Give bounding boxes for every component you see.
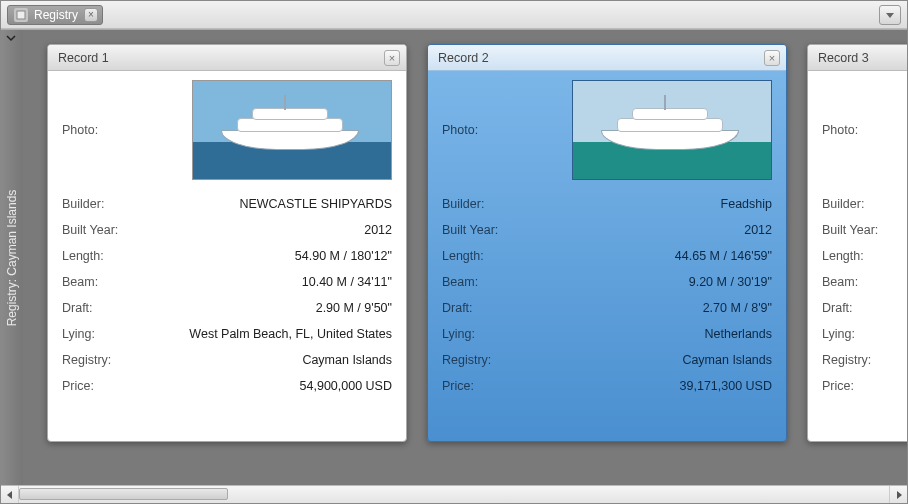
registry-icon [14,8,28,22]
field-label: Builder: [442,197,484,211]
field-label: Draft: [822,301,853,315]
chevron-down-icon [885,10,895,20]
record-photo [192,80,392,180]
card-title: Record 1 [58,51,109,65]
field-value: Cayman Islands [682,353,772,367]
field-label: Beam: [62,275,98,289]
chevron-right-icon [895,491,903,499]
tab-label: Registry [34,8,78,22]
field-label: Registry: [442,353,491,367]
field-label: Draft: [62,301,93,315]
record-photo [572,80,772,180]
field-value: 2.90 M / 9'50" [316,301,392,315]
scroll-thumb[interactable] [19,488,228,500]
field-label: Draft: [442,301,473,315]
field-value: 2012 [744,223,772,237]
record-card[interactable]: Record 1 × Photo: [47,44,407,442]
scroll-track[interactable] [19,486,889,503]
record-card-selected[interactable]: Record 2 × Photo: [427,44,787,442]
card-title: Record 3 [818,51,869,65]
toolbar-dropdown-button[interactable] [879,5,901,25]
record-card[interactable]: Record 3 Photo: Builder: Built Year: Len… [807,44,907,442]
card-title: Record 2 [438,51,489,65]
field-label: Length: [62,249,104,263]
field-value: 54.90 M / 180'12" [295,249,392,263]
field-label: Lying: [442,327,475,341]
field-label: Beam: [442,275,478,289]
field-label: Registry: [62,353,111,367]
field-label: Built Year: [62,223,118,237]
field-value: 2.70 M / 8'9" [703,301,772,315]
field-value: 9.20 M / 30'19" [689,275,772,289]
field-label: Built Year: [442,223,498,237]
card-header: Record 3 [808,45,907,71]
scroll-right-button[interactable] [889,486,907,503]
field-label: Length: [822,249,864,263]
top-toolbar: Registry × [1,1,907,29]
field-value: 44.65 M / 146'59" [675,249,772,263]
horizontal-scrollbar[interactable] [1,485,907,503]
field-label-photo: Photo: [442,123,478,137]
field-value: West Palm Beach, FL, United States [189,327,392,341]
field-label: Price: [442,379,474,393]
field-value: 39,171,300 USD [680,379,772,393]
field-label: Price: [822,379,854,393]
field-label: Registry: [822,353,871,367]
chevron-left-icon [6,491,14,499]
svg-rect-0 [17,11,25,19]
field-value: 2012 [364,223,392,237]
tab-close-button[interactable]: × [84,8,98,22]
card-close-button[interactable]: × [384,50,400,66]
card-header: Record 1 × [48,45,406,71]
field-label: Lying: [822,327,855,341]
sidebar-title: Registry: Cayman Islands [5,189,19,326]
field-label: Builder: [822,197,864,211]
field-value: Netherlands [705,327,772,341]
field-label: Lying: [62,327,95,341]
records-row: Record 1 × Photo: [47,44,907,442]
card-header: Record 2 × [428,45,786,71]
field-value: NEWCASTLE SHIPYARDS [239,197,392,211]
field-label: Builder: [62,197,104,211]
field-label: Built Year: [822,223,878,237]
field-value: Feadship [721,197,772,211]
field-label: Price: [62,379,94,393]
content-area: Record 1 × Photo: [23,30,907,485]
expand-icon[interactable] [5,32,17,44]
svg-marker-1 [886,13,894,18]
field-label: Beam: [822,275,858,289]
app-window: Registry × Registry: Cayman Islands Reco… [0,0,908,504]
card-close-button[interactable]: × [764,50,780,66]
field-value: Cayman Islands [302,353,392,367]
sidebar-collapsed[interactable]: Registry: Cayman Islands [1,30,23,485]
field-label-photo: Photo: [62,123,98,137]
svg-marker-2 [7,491,12,499]
field-label: Length: [442,249,484,263]
field-label-photo: Photo: [822,123,858,137]
field-value: 54,900,000 USD [300,379,392,393]
scroll-left-button[interactable] [1,486,19,503]
body: Registry: Cayman Islands Record 1 × Phot… [1,29,907,485]
svg-marker-3 [897,491,902,499]
tab-registry[interactable]: Registry × [7,5,103,25]
field-value: 10.40 M / 34'11" [302,275,392,289]
